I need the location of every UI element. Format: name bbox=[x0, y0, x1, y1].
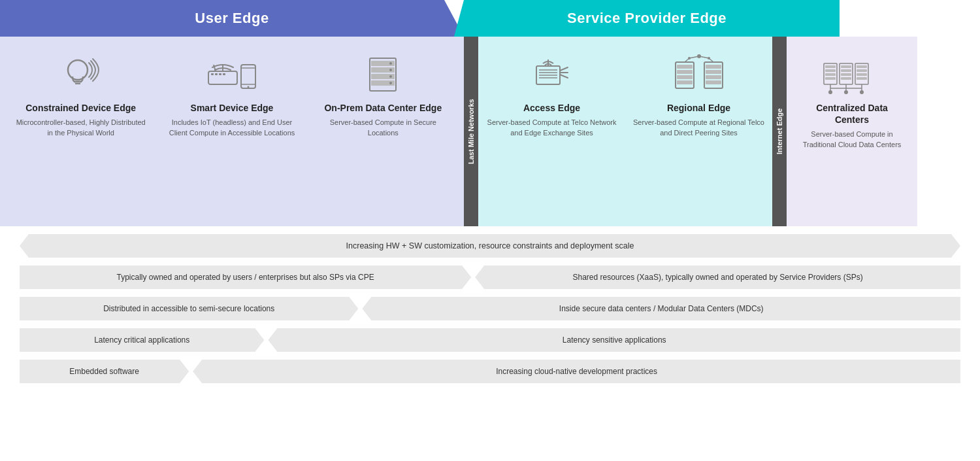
centralized-title: Centralized Data Centers bbox=[800, 102, 904, 126]
arrow-row5-left-text: Embedded software bbox=[69, 367, 139, 376]
svg-point-20 bbox=[389, 69, 392, 71]
arrow-row2-left: Typically owned and operated by users / … bbox=[20, 265, 471, 289]
svg-line-28 bbox=[560, 67, 568, 71]
svg-rect-57 bbox=[841, 73, 851, 76]
arrow-row2-right: Shared resources (XaaS), typically owned… bbox=[475, 265, 960, 289]
user-edge-header: User Edge bbox=[0, 0, 464, 37]
svg-rect-55 bbox=[841, 65, 851, 68]
svg-rect-4 bbox=[211, 73, 214, 75]
internet-edge-label: Internet Edge bbox=[772, 37, 787, 226]
arrow-row5-left: Embedded software bbox=[20, 360, 189, 383]
card-centralized: Centralized Data Centers Server-based Co… bbox=[792, 44, 912, 218]
arrow-row5-right: Increasing cloud-native development prac… bbox=[193, 360, 960, 383]
svg-rect-39 bbox=[706, 70, 721, 74]
arrow-row1: Increasing HW + SW customization, resour… bbox=[20, 234, 960, 258]
svg-rect-34 bbox=[677, 70, 693, 74]
svg-rect-7 bbox=[223, 73, 225, 75]
svg-rect-63 bbox=[857, 77, 867, 80]
last-mile-container: Last Mile Networks bbox=[464, 37, 478, 226]
svg-rect-5 bbox=[215, 73, 218, 75]
svg-point-19 bbox=[389, 62, 392, 65]
user-edge-bg: Constrained Device Edge Microcontroller-… bbox=[0, 37, 464, 226]
svg-point-0 bbox=[68, 60, 88, 80]
arrow-row4-left-text: Latency critical applications bbox=[94, 335, 189, 345]
centralized-desc: Server-based Compute in Traditional Clou… bbox=[800, 129, 904, 150]
svg-point-22 bbox=[389, 82, 392, 84]
svg-point-21 bbox=[389, 75, 392, 78]
smart-device-title: Smart Device Edge bbox=[191, 102, 274, 114]
smart-device-desc: Includes IoT (headless) and End User Cli… bbox=[164, 118, 299, 138]
access-edge-desc: Server-based Compute at Telco Network an… bbox=[486, 118, 617, 138]
svg-point-46 bbox=[688, 57, 691, 60]
svg-rect-40 bbox=[706, 75, 721, 79]
on-prem-icon bbox=[357, 51, 409, 97]
card-access-edge: Access Edge Server-based Compute at Telc… bbox=[478, 44, 625, 218]
svg-rect-53 bbox=[825, 77, 836, 80]
svg-rect-6 bbox=[219, 73, 221, 75]
svg-rect-41 bbox=[706, 80, 721, 84]
svg-rect-35 bbox=[677, 75, 693, 79]
svg-rect-33 bbox=[677, 65, 693, 69]
arrows-section: Increasing HW + SW customization, resour… bbox=[0, 226, 980, 384]
internet-edge-container: Internet Edge bbox=[772, 37, 787, 226]
arrow-row2-left-text: Typically owned and operated by users / … bbox=[116, 273, 374, 282]
access-edge-icon bbox=[526, 51, 578, 97]
card-smart-device: Smart Device Edge Includes IoT (headless… bbox=[156, 44, 307, 218]
arrow-row4-right: Latency sensitive applications bbox=[268, 328, 960, 352]
last-mile-label: Last Mile Networks bbox=[464, 37, 478, 226]
service-edge-bg: Access Edge Server-based Compute at Telc… bbox=[478, 37, 772, 226]
arrow-row3-right-text: Inside secure data centers / Modular Dat… bbox=[559, 304, 764, 313]
cards-row: Constrained Device Edge Microcontroller-… bbox=[0, 37, 980, 226]
on-prem-desc: Server-based Compute in Secure Locations bbox=[316, 118, 451, 138]
arrow-row3-left-text: Distributed in accessible to semi-secure… bbox=[103, 304, 274, 313]
svg-rect-52 bbox=[825, 73, 836, 76]
card-on-prem: On-Prem Data Center Edge Server-based Co… bbox=[308, 44, 459, 218]
constrained-title: Constrained Device Edge bbox=[25, 102, 136, 114]
centralized-icon bbox=[826, 51, 878, 97]
svg-rect-50 bbox=[825, 65, 836, 68]
svg-line-30 bbox=[560, 75, 568, 78]
diagram-section: User Edge Service Provider Edge bbox=[0, 0, 980, 226]
smart-device-icon bbox=[206, 51, 258, 97]
svg-rect-58 bbox=[841, 77, 851, 80]
arrow-row1-text: Increasing HW + SW customization, resour… bbox=[346, 241, 634, 250]
arrow-row5-right-text: Increasing cloud-native development prac… bbox=[496, 367, 657, 376]
card-constrained: Constrained Device Edge Microcontroller-… bbox=[5, 44, 156, 218]
svg-rect-51 bbox=[825, 69, 836, 72]
access-edge-title: Access Edge bbox=[523, 102, 580, 114]
svg-rect-60 bbox=[857, 65, 867, 68]
svg-rect-56 bbox=[841, 69, 851, 72]
arrow-row3-right: Inside secure data centers / Modular Dat… bbox=[362, 297, 960, 320]
svg-rect-38 bbox=[706, 65, 721, 69]
on-prem-title: On-Prem Data Center Edge bbox=[324, 102, 442, 114]
svg-rect-61 bbox=[857, 69, 867, 72]
card-regional-edge: Regional Edge Server-based Compute at Re… bbox=[625, 44, 772, 218]
centralized-bg: Centralized Data Centers Server-based Co… bbox=[787, 37, 917, 226]
user-edge-label: User Edge bbox=[195, 10, 269, 27]
arrow-row4-left: Latency critical applications bbox=[20, 328, 264, 352]
svg-point-13 bbox=[247, 86, 249, 88]
arrow-row3-left: Distributed in accessible to semi-secure… bbox=[20, 297, 358, 320]
service-provider-label: Service Provider Edge bbox=[567, 10, 727, 27]
constrained-desc: Microcontroller-based, Highly Distribute… bbox=[13, 118, 148, 138]
svg-point-47 bbox=[708, 57, 710, 60]
svg-rect-62 bbox=[857, 73, 867, 76]
regional-edge-icon bbox=[673, 51, 725, 97]
header-spacer bbox=[840, 0, 980, 37]
svg-rect-36 bbox=[677, 80, 693, 84]
service-provider-header: Service Provider Edge bbox=[454, 0, 840, 37]
svg-point-48 bbox=[697, 54, 701, 58]
header-bar: User Edge Service Provider Edge bbox=[0, 0, 980, 37]
arrow-row4-right-text: Latency sensitive applications bbox=[563, 335, 666, 345]
constrained-icon bbox=[55, 51, 107, 97]
regional-edge-title: Regional Edge bbox=[667, 102, 730, 114]
arrow-row2-right-text: Shared resources (XaaS), typically owned… bbox=[572, 273, 862, 282]
regional-edge-desc: Server-based Compute at Regional Telco a… bbox=[633, 118, 764, 138]
